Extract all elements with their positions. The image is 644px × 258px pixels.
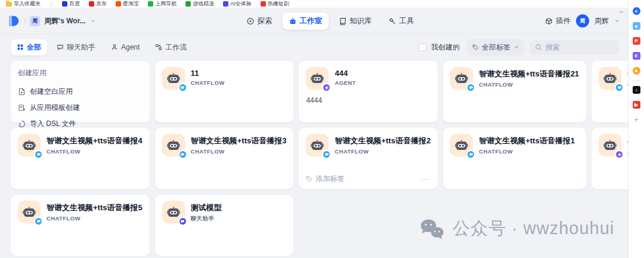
bookmark-item[interactable]: 百度: [62, 0, 80, 8]
divider: [632, 80, 641, 81]
nav-tab-label: 探索: [258, 16, 273, 26]
breadcrumb-separator: /: [24, 17, 26, 25]
app-type-badge-icon: [466, 150, 475, 159]
app-type-label: CHATFLOW: [191, 79, 225, 86]
chevron-down-icon[interactable]: [90, 18, 96, 24]
filter-tab-label: 全部: [27, 42, 41, 53]
bookmark-label: 爱淘宝: [123, 0, 139, 8]
create-option[interactable]: 从应用模板创建: [18, 100, 143, 116]
app-type-badge-icon: [178, 83, 187, 92]
app-icon: [599, 134, 621, 156]
app-title: 智谱文生视频+tts语音播报21: [479, 69, 579, 79]
app-card[interactable]: 测试模型 聊天助手: [155, 195, 294, 256]
dify-logo[interactable]: [7, 15, 20, 27]
chat-icon: [57, 44, 64, 51]
app-type-badge-icon: [615, 83, 624, 92]
create-option[interactable]: 创建空白应用: [18, 84, 143, 100]
tag-filter-label: 全部标签: [482, 42, 510, 53]
workspace-name[interactable]: 周辉's Wor...: [44, 16, 85, 26]
app-icon: [450, 67, 473, 90]
app-icon: [18, 134, 41, 156]
tag-icon: [472, 44, 479, 51]
app-card[interactable]: 智谱文生视频+tts语音播报3 CHATFLOW: [155, 128, 294, 189]
tools-icon: [389, 17, 397, 25]
filter-tab-工作流[interactable]: 工作流: [149, 39, 193, 56]
created-by-me-checkbox[interactable]: [419, 44, 426, 51]
filter-tabs: 全部聊天助手Agent工作流: [11, 39, 193, 56]
chevron-down-icon[interactable]: [614, 18, 620, 24]
app-title: 智谱文生视频+tts语音播报5: [47, 202, 143, 213]
filter-tab-label: Agent: [121, 43, 140, 51]
nav-tabs: 探索工作室知识库工具: [240, 13, 421, 30]
tag-filter-dropdown[interactable]: 全部标签: [467, 39, 525, 56]
pdf-icon[interactable]: P: [633, 37, 640, 45]
bookmark-label: AI全体验: [230, 0, 252, 8]
app-card[interactable]: 11 CHATFLOW: [155, 61, 294, 122]
workspace-avatar: 周: [30, 16, 40, 26]
more-actions-button[interactable]: ···: [421, 175, 431, 183]
plugins-label: 插件: [556, 16, 571, 26]
create-option-label: 创建空白应用: [30, 87, 73, 97]
app-type-label: CHATFLOW: [479, 81, 579, 88]
app-card[interactable]: 智谱文生视频+tts语音播报21 CHATFLOW: [443, 61, 586, 122]
bookmark-favicon: [62, 1, 67, 7]
package-icon: [545, 17, 553, 25]
app-card[interactable]: 444 AGENT 4444: [299, 61, 438, 122]
panel-collapse-chevron-icon[interactable]: [618, 9, 624, 15]
apps-toolbar: 全部聊天助手Agent工作流 我创建的 全部标签: [11, 39, 619, 56]
bookmark-label: 百度: [69, 0, 80, 8]
browser-side-panel: e▲PEA♪▶+: [628, 0, 644, 258]
bookmark-item[interactable]: 热播短剧: [261, 0, 289, 8]
bookmark-label: 游戏精选: [193, 0, 214, 8]
app-icon: [306, 134, 329, 156]
apps-grid: 创建应用 创建空白应用从应用模板创建导入 DSL 文件 11 CHATFLOW: [11, 61, 619, 256]
app-type-badge-icon: [178, 217, 187, 226]
bookmark-item[interactable]: 京东: [89, 0, 107, 8]
user-avatar[interactable]: 周: [576, 14, 589, 27]
nav-tab-探索[interactable]: 探索: [240, 13, 279, 30]
notes-icon[interactable]: E: [633, 52, 640, 60]
plugins-button[interactable]: 插件: [545, 16, 571, 26]
app-icon: [450, 134, 473, 156]
nav-tab-知识库[interactable]: 知识库: [332, 13, 379, 30]
filter-tab-全部[interactable]: 全部: [11, 39, 47, 56]
create-option-label: 从应用模板创建: [30, 103, 80, 113]
bookmark-label: 热播短剧: [268, 0, 289, 8]
app-type-badge-icon: [178, 150, 187, 159]
top-nav: / 周 周辉's Wor... 探索工作室知识库工具 插件 周 周辉: [0, 8, 644, 34]
app-icon: [162, 201, 185, 223]
app-type-label: AGENT: [335, 79, 355, 86]
app-card[interactable]: 智谱文生视频+tts语音播报5 CHATFLOW: [11, 195, 150, 256]
add-tag-button[interactable]: 添加标签: [315, 174, 344, 184]
filter-tab-Agent[interactable]: Agent: [105, 40, 145, 54]
gallery-icon[interactable]: ▲: [633, 22, 640, 30]
bookmark-favicon: [261, 1, 266, 7]
nav-tab-工具[interactable]: 工具: [382, 13, 421, 30]
app-card[interactable]: 智谱文生视频+tts语音播报4 CHATFLOW: [11, 128, 150, 189]
app-type-badge-icon: [615, 150, 624, 159]
app-card[interactable]: 智谱文生视频+tts语音播报2 CHATFLOW 添加标签 ···: [299, 128, 438, 189]
douyin-icon[interactable]: ♪: [633, 86, 640, 94]
nav-tab-工作室[interactable]: 工作室: [283, 13, 329, 30]
video-icon[interactable]: ▶: [633, 101, 640, 109]
bookmark-favicon: [223, 1, 228, 7]
divider: |: [51, 1, 52, 7]
filter-tab-聊天助手[interactable]: 聊天助手: [51, 39, 101, 56]
app-type-label: 聊天助手: [191, 215, 222, 223]
book-icon: [339, 17, 346, 25]
idea-icon[interactable]: A: [633, 67, 640, 75]
app-card[interactable]: 智谱文生视频+tts语音播报1 CHATFLOW: [443, 128, 586, 189]
filter-tab-label: 聊天助手: [67, 42, 95, 53]
browser-icon[interactable]: e: [633, 7, 640, 15]
search-input[interactable]: [546, 43, 611, 51]
chevron-down-icon: [513, 44, 519, 50]
add-icon[interactable]: +: [633, 116, 640, 124]
bookmark-item[interactable]: 游戏精选: [185, 0, 214, 8]
bookmark-favicon: [148, 1, 153, 7]
bookmark-item[interactable]: 上网导航: [148, 0, 177, 8]
import-bookmarks-button[interactable]: 导入收藏夹: [6, 0, 41, 8]
app-tag-row: 添加标签 ···: [306, 174, 431, 184]
bookmark-item[interactable]: AI全体验: [223, 0, 252, 8]
bookmark-item[interactable]: 爱淘宝: [116, 0, 139, 8]
app-icon: [162, 67, 185, 90]
